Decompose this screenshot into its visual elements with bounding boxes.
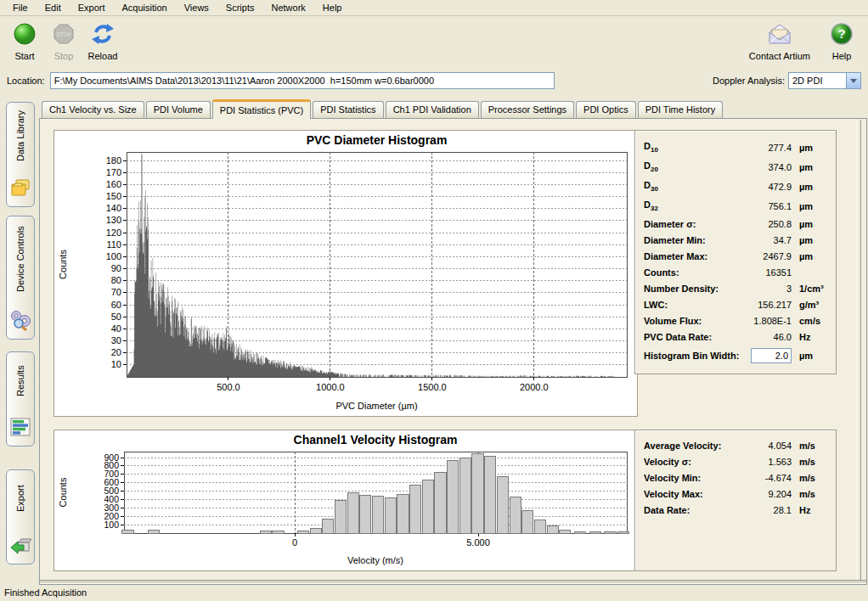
tab-page-pdi-statistics-pvc: 1020304050607080901001101201301401501601…	[39, 118, 867, 585]
menu-item-views[interactable]: Views	[176, 1, 217, 15]
sidebar-item-data-library[interactable]: Data Library	[6, 102, 35, 207]
menu-item-export[interactable]: Export	[70, 1, 114, 15]
svg-text:1000.0: 1000.0	[316, 382, 345, 392]
svg-text:900: 900	[104, 452, 119, 463]
tab-pdi-volume[interactable]: PDI Volume	[146, 101, 211, 118]
svg-text:Velocity (m/s): Velocity (m/s)	[347, 555, 403, 565]
velocity-histogram-chart: 10020030040050060070080090005.000Channel…	[54, 430, 638, 571]
pvc-statistics-panel: D10277.4µmD20374.0µmD30472.9µmD32756.1µm…	[634, 130, 837, 374]
chevron-down-icon[interactable]	[846, 73, 860, 88]
chart-icon	[9, 416, 31, 440]
help-button[interactable]: ?Help	[824, 20, 860, 61]
svg-text:130: 130	[106, 215, 121, 225]
svg-text:160: 160	[106, 179, 121, 189]
svg-text:?: ?	[837, 26, 845, 41]
mail-icon	[767, 21, 792, 47]
horizontal-splitter[interactable]	[40, 580, 866, 584]
reload-icon	[90, 21, 116, 47]
svg-text:PVC Diameter (µm): PVC Diameter (µm)	[335, 401, 417, 411]
sidebar-item-export[interactable]: Export	[6, 469, 35, 564]
velocity-histogram-plot: 10020030040050060070080090005.000Channel…	[54, 430, 637, 570]
svg-text:Counts: Counts	[58, 477, 68, 507]
menu-item-network[interactable]: Network	[262, 1, 313, 15]
menu-bar: FileEditExportAcquisitionViewsScriptsNet…	[0, 0, 868, 16]
svg-text:10: 10	[111, 359, 121, 369]
svg-text:500.0: 500.0	[217, 382, 240, 392]
svg-text:80: 80	[111, 275, 121, 285]
location-input[interactable]	[50, 72, 555, 89]
stat-row-d30: D30472.9µm	[644, 177, 827, 196]
help-icon: ?	[829, 21, 854, 47]
svg-text:180: 180	[106, 155, 121, 166]
stat-row-diameter-min: Diameter Min:34.7µm	[644, 232, 827, 248]
location-bar: Location: Doppler Analysis: 2D PDI	[0, 69, 868, 94]
stat-row-diameter-max: Diameter Max:2467.9µm	[644, 248, 827, 264]
menu-item-scripts[interactable]: Scripts	[217, 1, 263, 15]
svg-text:110: 110	[106, 239, 121, 250]
vertical-splitter[interactable]	[857, 120, 861, 583]
tab-ch1-velocity-vs-size[interactable]: Ch1 Velocity vs. Size	[42, 101, 144, 118]
svg-text:90: 90	[111, 263, 121, 273]
stat-row-data-rate: Data Rate:28.1Hz	[644, 502, 827, 518]
menu-item-help[interactable]: Help	[314, 1, 351, 15]
svg-text:2000.0: 2000.0	[520, 382, 549, 392]
gears-icon	[9, 309, 31, 333]
stat-row-number-density: Number Density:31/cm³	[644, 280, 827, 296]
svg-text:Channel1 Velocity Histogram: Channel1 Velocity Histogram	[294, 433, 458, 447]
contact-artium-button[interactable]: Contact Artium	[749, 20, 810, 61]
tab-ch1-pdi-validation[interactable]: Ch1 PDI Validation	[386, 101, 479, 118]
start-button[interactable]: Start	[7, 20, 42, 61]
stat-row-pvc-data-rate: PVC Data Rate:46.0Hz	[644, 329, 827, 345]
menu-item-file[interactable]: File	[4, 1, 37, 15]
menu-item-edit[interactable]: Edit	[37, 1, 70, 15]
stat-row-velocity-min: Velocity Min:-4.674m/s	[644, 469, 827, 486]
reload-button[interactable]: Reload	[85, 20, 121, 61]
status-bar: Finished Acquisition	[0, 585, 868, 601]
tab-processor-settings[interactable]: Processor Settings	[481, 101, 574, 118]
tab-pdi-statistics-pvc[interactable]: PDI Statistics (PVC)	[212, 99, 311, 119]
stat-row-diameter: Diameter σ:250.8µm	[644, 216, 827, 232]
pvc-histogram-plot: 1020304050607080901001101201301401501601…	[54, 131, 637, 416]
stat-row-average-velocity: Average Velocity:4.054m/s	[644, 437, 827, 453]
tab-strip: Ch1 Velocity vs. SizePDI VolumePDI Stati…	[42, 99, 723, 118]
doppler-analysis-label: Doppler Analysis:	[713, 76, 785, 86]
stop-icon: STOP	[51, 21, 76, 47]
menu-item-acquisition[interactable]: Acquisition	[114, 1, 176, 15]
svg-text:5.000: 5.000	[466, 537, 490, 548]
export-icon	[9, 534, 31, 558]
svg-text:30: 30	[111, 335, 121, 345]
tab-pdi-time-history[interactable]: PDI Time History	[638, 101, 724, 118]
tab-pdi-optics[interactable]: PDI Optics	[576, 101, 636, 118]
sidebar-item-device-controls[interactable]: Device Controls	[6, 216, 35, 340]
svg-text:1500.0: 1500.0	[418, 382, 447, 392]
svg-text:120: 120	[106, 227, 121, 238]
location-label: Location:	[7, 76, 45, 86]
doppler-analysis-value: 2D PDI	[792, 76, 846, 86]
sidebar-item-results[interactable]: Results	[6, 351, 35, 447]
svg-text:0: 0	[292, 537, 297, 548]
doppler-analysis-select[interactable]: 2D PDI	[788, 72, 861, 89]
stop-button: STOPStop	[46, 20, 82, 61]
svg-text:100: 100	[106, 251, 121, 261]
stat-row-volume-flux: Volume Flux:1.808E-1cm/s	[644, 312, 827, 329]
stat-row-d32: D32756.1µm	[644, 196, 827, 216]
histogram-bin-width-input[interactable]	[751, 348, 792, 363]
svg-text:150: 150	[106, 191, 121, 201]
velocity-statistics-panel: Average Velocity:4.054m/sVelocity σ:1.56…	[634, 430, 837, 571]
stat-row-velocity: Velocity σ:1.563m/s	[644, 453, 827, 469]
status-text: Finished Acquisition	[4, 587, 87, 598]
svg-text:170: 170	[106, 167, 121, 177]
svg-text:60: 60	[111, 300, 121, 310]
pvc-diameter-histogram-chart: 1020304050607080901001101201301401501601…	[54, 130, 638, 417]
svg-text:PVC Diameter Histogram: PVC Diameter Histogram	[307, 133, 448, 147]
svg-text:70: 70	[111, 287, 121, 297]
stat-row-d20: D20374.0µm	[644, 157, 827, 177]
start-icon	[12, 21, 37, 47]
stat-row-histogram-bin-width: Histogram Bin Width:µm	[644, 345, 827, 367]
svg-text:40: 40	[111, 323, 121, 334]
stat-row-counts: Counts:16351	[644, 264, 827, 280]
svg-text:20: 20	[111, 347, 121, 357]
tab-pdi-statistics[interactable]: PDI Statistics	[313, 101, 383, 118]
stat-row-d10: D10277.4µm	[644, 138, 827, 157]
svg-text:Counts: Counts	[58, 250, 68, 279]
